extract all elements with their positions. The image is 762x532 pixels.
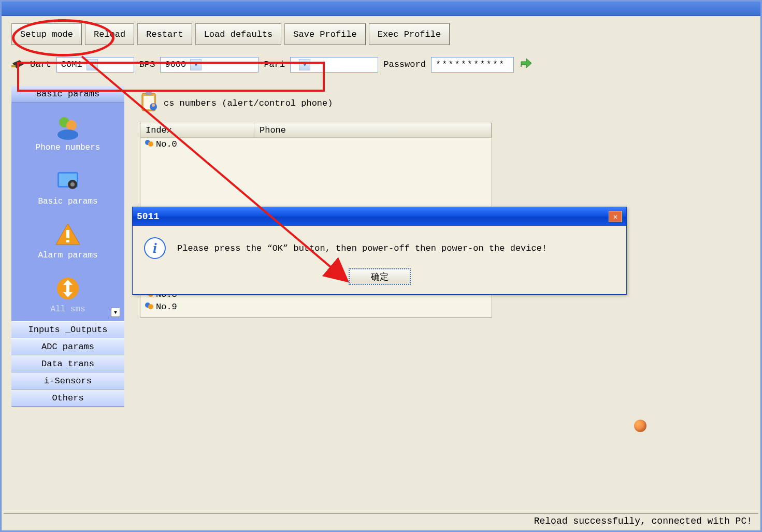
sidebar: Basic params Phone numbers Basic params	[11, 86, 124, 407]
warning-icon	[55, 222, 81, 248]
sidebar-item-others[interactable]: Others	[11, 390, 124, 407]
chevron-down-icon: ▼	[87, 59, 98, 70]
sidebar-item-inputs-outputs[interactable]: Inputs _Outputs	[11, 321, 124, 338]
list-header: Index Phone	[140, 123, 492, 138]
setup-mode-button[interactable]: Setup mode	[11, 23, 82, 45]
sidebar-panel: Phone numbers Basic params Alarm params	[11, 103, 124, 321]
arrows-icon	[55, 276, 81, 301]
list-row[interactable]: No.0	[140, 138, 492, 150]
col-phone[interactable]: Phone	[254, 123, 492, 137]
row-text: No.0	[156, 139, 177, 149]
section-title-text: cs numbers (alert/control phone)	[164, 98, 333, 108]
ok-button[interactable]: 确定	[349, 268, 411, 285]
svg-point-8	[70, 182, 75, 186]
svg-rect-1	[11, 65, 16, 67]
svg-point-23	[148, 304, 153, 309]
sidebar-item-label: Phone numbers	[36, 143, 100, 152]
connection-bar: Uart COM1 ▼ BPS 9600 ▼ Pari ▼ Password	[11, 54, 751, 75]
user-icon	[143, 301, 154, 312]
sidebar-item-i-sensors[interactable]: i-Sensors	[11, 372, 124, 390]
sidebar-item-label: Alarm params	[38, 251, 97, 260]
svg-rect-15	[146, 91, 152, 95]
sidebar-item-label: All sms	[50, 305, 85, 314]
clipboard-user-icon	[140, 91, 159, 116]
close-icon[interactable]: ✕	[609, 211, 622, 222]
svg-rect-11	[66, 240, 69, 242]
gear-card-icon	[55, 168, 81, 194]
svg-point-17	[152, 104, 155, 107]
dialog-footer: 确定	[133, 268, 626, 294]
restart-button[interactable]: Restart	[137, 23, 192, 45]
refresh-icon[interactable]	[634, 420, 646, 432]
bps-combo[interactable]: 9600 ▼	[160, 57, 258, 73]
svg-rect-10	[66, 230, 69, 238]
parity-combo[interactable]: ▼	[290, 57, 378, 73]
status-bar: Reload successfully, connected with PC!	[4, 513, 758, 528]
parity-label: Pari	[264, 60, 285, 69]
section-header: cs numbers (alert/control phone)	[140, 91, 751, 116]
app-window: Setup mode Reload Restart Load defaults …	[0, 0, 762, 532]
save-profile-button[interactable]: Save Profile	[284, 23, 365, 45]
sidebar-header-basic-params[interactable]: Basic params	[11, 86, 124, 103]
sidebar-item-basic-params[interactable]: Basic params	[38, 165, 97, 206]
sidebar-item-all-sms[interactable]: All sms	[50, 272, 85, 314]
sidebar-item-phone-numbers[interactable]: Phone numbers	[36, 111, 100, 152]
uart-value: COM1	[61, 60, 82, 69]
info-icon: i	[144, 237, 166, 259]
chevron-down-icon: ▼	[190, 59, 202, 70]
password-input[interactable]	[431, 57, 514, 73]
bps-value: 9600	[165, 60, 186, 69]
uart-combo[interactable]: COM1 ▼	[56, 57, 134, 73]
bps-label: BPS	[139, 60, 155, 69]
dialog-titlebar: 5011 ✕	[133, 207, 626, 226]
password-label: Password	[383, 60, 426, 69]
sidebar-item-alarm-params[interactable]: Alarm params	[38, 219, 97, 260]
sidebar-item-label: Basic params	[38, 197, 97, 206]
exec-profile-button[interactable]: Exec Profile	[369, 23, 450, 45]
load-defaults-button[interactable]: Load defaults	[195, 23, 282, 45]
main-toolbar: Setup mode Reload Restart Load defaults …	[11, 23, 751, 45]
connect-arrow-icon[interactable]	[519, 56, 533, 73]
chevron-down-icon: ▼	[299, 59, 310, 70]
dialog-title: 5011	[137, 211, 159, 222]
list-row[interactable]: No.9	[140, 300, 492, 313]
user-icon	[143, 139, 154, 149]
sidebar-item-adc-params[interactable]: ADC params	[11, 338, 124, 355]
sidebar-more-button[interactable]: ▼	[111, 308, 120, 317]
users-icon	[55, 114, 81, 140]
svg-point-19	[148, 141, 153, 147]
reload-button[interactable]: Reload	[85, 23, 134, 45]
row-text: No.9	[156, 302, 177, 312]
info-dialog: 5011 ✕ i Please press the “OK” button, t…	[132, 207, 627, 295]
svg-point-4	[57, 130, 78, 140]
window-titlebar	[2, 2, 760, 16]
uart-label: Uart	[30, 60, 51, 69]
svg-point-3	[66, 120, 77, 131]
sidebar-item-data-trans[interactable]: Data trans	[11, 355, 124, 372]
col-index[interactable]: Index	[140, 123, 254, 137]
dialog-body: i Please press the “OK” button, then pow…	[133, 226, 626, 268]
serial-port-icon	[11, 59, 25, 70]
dialog-message: Please press the “OK” button, then power…	[177, 243, 547, 253]
